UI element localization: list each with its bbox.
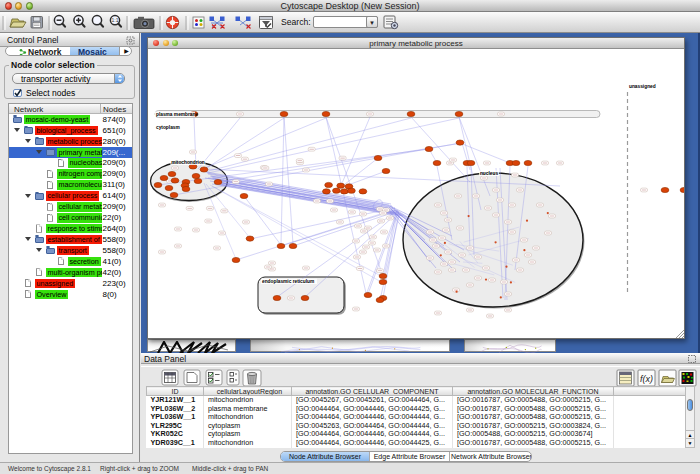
svg-text:nucleus: nucleus [480,171,498,176]
svg-text:plasma membrane: plasma membrane [156,112,198,117]
svg-text:f(x): f(x) [640,374,653,384]
svg-text:mitochondrion: mitochondrion [171,160,205,165]
svg-text:unassigned: unassigned [629,84,656,89]
svg-text:endoplasmic reticulum: endoplasmic reticulum [262,279,314,284]
svg-text:cytoplasm: cytoplasm [156,125,180,130]
